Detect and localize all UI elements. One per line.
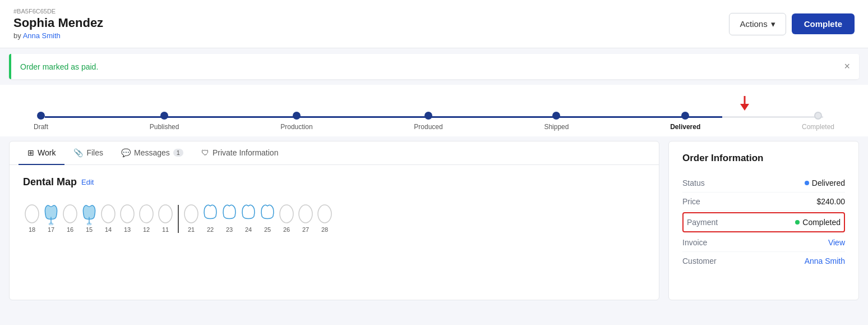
step-label-completed: Completed xyxy=(802,123,834,131)
step-draft: Draft xyxy=(34,112,48,131)
actions-button[interactable]: Actions ▾ xyxy=(729,13,786,35)
tooth-24: 24 xyxy=(239,203,257,233)
page-header: #BA5F6C65DE Sophia Mendez by Anna Smith … xyxy=(0,0,868,48)
dental-map-label: Dental Map xyxy=(23,176,77,188)
alert-message: Order marked as paid. xyxy=(20,62,98,71)
progress-steps: Draft Published Production Produced Ship… xyxy=(22,112,846,131)
tooth-num-18: 18 xyxy=(29,226,35,233)
step-label-draft: Draft xyxy=(34,123,48,131)
svg-point-15 xyxy=(318,205,331,223)
svg-point-13 xyxy=(280,205,293,223)
svg-point-9 xyxy=(121,205,134,223)
header-right: Actions ▾ Complete xyxy=(729,13,855,35)
customer-value: Anna Smith xyxy=(805,257,845,266)
tab-messages[interactable]: 💬 Messages 1 xyxy=(112,141,192,165)
dental-map-edit-link[interactable]: Edit xyxy=(81,178,94,186)
work-content: Dental Map Edit 18 17 xyxy=(10,165,659,250)
tooth-26: 26 xyxy=(278,203,296,233)
step-label-delivered: Delivered xyxy=(670,123,700,131)
step-label-produced: Produced xyxy=(414,123,442,131)
step-production: Production xyxy=(280,112,312,131)
message-icon: 💬 xyxy=(121,148,131,157)
right-panel: Order Information Status Delivered Price… xyxy=(668,141,859,300)
info-row-payment: Payment Completed xyxy=(682,212,845,232)
tooth-25: 25 xyxy=(258,203,276,233)
svg-point-10 xyxy=(140,205,153,223)
step-dot-produced xyxy=(424,112,432,120)
tab-work[interactable]: ⊞ Work xyxy=(19,141,64,165)
tooth-18: 18 xyxy=(23,203,41,233)
tooth-22: 22 xyxy=(201,203,219,233)
svg-point-2 xyxy=(25,205,39,223)
tooth-12: 12 xyxy=(137,203,155,233)
tooth-num-26: 26 xyxy=(283,226,290,233)
progress-container: Draft Published Production Produced Ship… xyxy=(0,85,868,136)
invoice-view-link[interactable]: View xyxy=(828,238,845,247)
assigned-to-link[interactable]: Anna Smith xyxy=(23,31,61,40)
tooth-13: 13 xyxy=(118,203,136,233)
grid-icon: ⊞ xyxy=(27,148,34,157)
step-delivered: Delivered xyxy=(670,112,700,131)
svg-marker-1 xyxy=(740,104,749,111)
step-dot-delivered xyxy=(681,112,689,120)
tooth-23: 23 xyxy=(220,203,238,233)
step-label-production: Production xyxy=(280,123,312,131)
svg-point-11 xyxy=(159,205,172,223)
customer-label: Customer xyxy=(682,257,717,266)
tooth-16: 16 xyxy=(61,203,79,233)
messages-badge: 1 xyxy=(173,149,183,157)
tooth-14: 14 xyxy=(99,203,117,233)
svg-point-5 xyxy=(63,205,77,223)
customer-link[interactable]: Anna Smith xyxy=(805,257,845,266)
svg-point-8 xyxy=(101,205,115,223)
status-value: Delivered xyxy=(805,178,845,187)
info-row-price: Price $240.00 xyxy=(682,193,845,211)
status-dot-blue xyxy=(805,181,809,185)
main-layout: ⊞ Work 📎 Files 💬 Messages 1 🛡 Private In… xyxy=(0,136,868,305)
current-step-arrow xyxy=(738,96,751,112)
by-label: by xyxy=(13,31,21,40)
chevron-down-icon: ▾ xyxy=(771,19,775,29)
complete-button[interactable]: Complete xyxy=(792,13,855,34)
tooth-17: 17 xyxy=(42,203,60,233)
step-dot-production xyxy=(293,112,301,120)
payment-label: Payment xyxy=(687,218,718,227)
step-published: Published xyxy=(150,112,179,131)
tab-files[interactable]: 📎 Files xyxy=(64,141,112,165)
tooth-num-17: 17 xyxy=(48,226,54,233)
status-text: Delivered xyxy=(812,178,845,187)
left-panel: ⊞ Work 📎 Files 💬 Messages 1 🛡 Private In… xyxy=(9,141,659,300)
dental-map-title: Dental Map Edit xyxy=(23,176,645,188)
tooth-num-15: 15 xyxy=(86,226,93,233)
tooth-num-25: 25 xyxy=(264,226,271,233)
status-label: Status xyxy=(682,178,705,187)
price-value: $240.00 xyxy=(816,197,845,206)
payment-value: Completed xyxy=(795,218,841,227)
tooth-num-16: 16 xyxy=(67,226,73,233)
step-label-shipped: Shipped xyxy=(544,123,569,131)
step-label-published: Published xyxy=(150,123,179,131)
tab-messages-label: Messages xyxy=(134,148,170,157)
shield-icon: 🛡 xyxy=(201,148,209,157)
tooth-num-14: 14 xyxy=(105,226,112,233)
alert-close-button[interactable]: × xyxy=(844,61,850,72)
tooth-num-24: 24 xyxy=(245,226,252,233)
tooth-num-12: 12 xyxy=(143,226,150,233)
tab-private-info[interactable]: 🛡 Private Information xyxy=(192,141,288,165)
tab-work-label: Work xyxy=(38,148,56,157)
invoice-label: Invoice xyxy=(682,238,707,247)
tooth-21: 21 xyxy=(182,203,200,233)
step-completed: Completed xyxy=(802,112,834,131)
payment-status-dot xyxy=(795,220,800,225)
tooth-27: 27 xyxy=(297,203,315,233)
header-left: #BA5F6C65DE Sophia Mendez by Anna Smith xyxy=(13,8,103,40)
step-shipped: Shipped xyxy=(544,112,569,131)
order-id: #BA5F6C65DE xyxy=(13,8,103,15)
tooth-num-21: 21 xyxy=(188,226,195,233)
step-dot-completed xyxy=(814,112,822,120)
step-dot-draft xyxy=(37,112,45,120)
paperclip-icon: 📎 xyxy=(73,148,83,157)
order-name: Sophia Mendez xyxy=(13,16,103,30)
tooth-num-27: 27 xyxy=(302,226,309,233)
price-label: Price xyxy=(682,197,700,206)
